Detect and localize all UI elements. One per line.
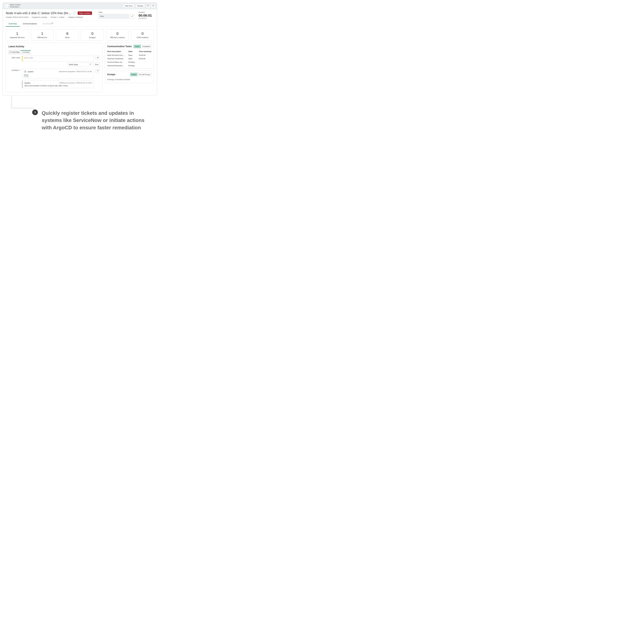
tab-conference-label: Conference	[43, 23, 53, 25]
kpi-value: 1	[7, 32, 27, 36]
pencil-icon	[131, 15, 133, 18]
header: Node V-win-x42-2 disk C: below 15% free …	[3, 9, 157, 21]
cell-state: Pending	[126, 64, 137, 68]
cursor-icon: ☜	[51, 22, 53, 25]
state-field[interactable]: New	[99, 14, 129, 19]
table-row[interactable]: Technical Resolution Communic… Pending	[105, 64, 154, 68]
popout-button[interactable]	[146, 4, 150, 8]
page-title: Node V-win-x42-2 disk C: below 15% free …	[6, 11, 71, 15]
kpi-label: Child Incidents	[133, 36, 152, 39]
kpi-outages[interactable]: 0 Outages	[81, 29, 104, 40]
kpi-affected-locations[interactable]: 0 Affected Locations	[106, 29, 129, 40]
tab-communications[interactable]: Communications	[20, 21, 40, 27]
major-incident-badge: Major Incident	[78, 11, 92, 15]
groups-panel: Groups Active On Call Groups 0 Groups, 0…	[105, 71, 154, 83]
kpi-value: 0	[108, 32, 128, 36]
avatar: S	[24, 70, 27, 73]
work-notes-placeholder: Work notes	[24, 57, 33, 59]
popout-icon	[147, 5, 149, 7]
resolve-button[interactable]: Resolve	[135, 4, 145, 8]
category-value: Hardware	[76, 16, 83, 18]
work-notes-expand-button[interactable]	[96, 56, 100, 60]
activity-body: Sent communication to David Loo (by E-ma…	[24, 85, 92, 87]
post-button[interactable]: Post	[93, 63, 100, 66]
cell-desc: Technical Resolution Communic…	[105, 64, 126, 68]
tab-summary[interactable]: Summary	[6, 21, 20, 27]
chevron-right-circle-icon	[32, 109, 38, 115]
svg-rect-7	[97, 57, 99, 57]
table-row[interactable]: Initial Technical Communication Open 00:…	[105, 53, 154, 57]
kpi-label: Affected CIs	[32, 36, 52, 39]
edit-state-button[interactable]	[130, 14, 135, 19]
toggle-groups-oncall[interactable]: On Call Groups	[137, 73, 152, 76]
kpi-affected-cis[interactable]: 1 Affected CIs	[31, 29, 54, 40]
svg-rect-3	[11, 51, 11, 52]
activity-icon	[22, 51, 24, 53]
subtab-live-label: Live Feed	[12, 51, 19, 53]
svg-rect-1	[148, 5, 149, 6]
activity-filter-button[interactable]	[96, 69, 100, 73]
subtab-activity[interactable]: Activity	[21, 50, 31, 54]
comm-tasks-table: Short description State Time remaining I…	[105, 49, 154, 68]
kpi-child-incidents[interactable]: 0 Child Incidents	[131, 29, 154, 40]
breadcrumb: Major Incident INC0016411	[10, 4, 123, 8]
kpi-label: Alerts	[57, 36, 77, 39]
activity-user: System	[24, 82, 31, 84]
category-label: Category:	[68, 16, 75, 18]
note-type-select[interactable]: Work notes	[67, 63, 92, 66]
subtab-live-feed[interactable]: Live Feed	[9, 50, 21, 54]
cell-state: Open	[126, 53, 137, 57]
cell-state: Open	[126, 57, 137, 60]
table-row[interactable]: Technical Conference Open 00:09:06	[105, 57, 154, 60]
kpi-value: 6	[57, 32, 77, 36]
toggle-groups-active[interactable]: Active	[130, 73, 137, 76]
refresh-icon	[152, 5, 154, 7]
communication-tasks-panel: Communication Tasks Active Completed Sho…	[105, 43, 154, 69]
col-time-remaining: Time remaining	[137, 49, 154, 53]
toggle-completed[interactable]: Completed	[141, 45, 152, 48]
cell-state: Pending	[126, 60, 137, 64]
cell-desc: Initial Technical Communication	[105, 53, 126, 57]
table-row[interactable]: Technical Status Update Pending	[105, 60, 154, 64]
toggle-active[interactable]: Active	[134, 45, 141, 48]
back-button[interactable]: ‹	[5, 4, 8, 8]
info-icon[interactable]: i	[73, 12, 76, 15]
svg-rect-2	[10, 51, 11, 52]
attachment-link[interactable]: log.txt	[24, 74, 92, 76]
breadcrumb-id: INC0016411	[10, 6, 123, 8]
view-form-button[interactable]: View Form	[123, 4, 134, 8]
activity-user: system	[28, 71, 33, 73]
kpi-alerts[interactable]: 6 Alerts	[56, 29, 79, 40]
work-notes-label: Work notes	[9, 56, 20, 59]
meta-line: Created: 2020-02-26 21:18:49 • Assigned …	[6, 16, 95, 18]
breadcrumb-title: Major Incident	[10, 4, 123, 6]
tabs: Summary Communications Conference ☜	[3, 21, 157, 27]
kpi-impacted-services[interactable]: 1 Impacted Services	[6, 29, 29, 40]
callout-line	[12, 97, 35, 108]
activity-list: S system Attachment uploaded • 2020-02-2…	[22, 69, 94, 90]
chevron-left-icon: ‹	[6, 5, 7, 7]
duration-label: Duration	[138, 11, 154, 13]
activity-subtabs: Live Feed Activity	[9, 50, 31, 54]
cell-desc: Technical Conference	[105, 57, 126, 60]
svg-rect-4	[10, 52, 11, 53]
activity-item: System Additional comments • 2020-02-26 …	[22, 81, 94, 88]
kpi-value: 0	[133, 32, 152, 36]
refresh-button[interactable]	[151, 4, 155, 8]
latest-activity-title: Latest Activity	[9, 45, 100, 48]
duration-value: 00:06:01	[138, 14, 154, 18]
svg-rect-9	[97, 58, 98, 58]
kpi-label: Outages	[82, 36, 102, 39]
body: Latest Activity Live Feed Activity	[3, 43, 157, 95]
cell-desc: Technical Status Update	[105, 60, 126, 64]
latest-activity-panel: Latest Activity Live Feed Activity	[6, 43, 103, 92]
tab-conference[interactable]: Conference ☜	[40, 21, 56, 27]
cell-time	[137, 60, 154, 64]
kpi-row: 1 Impacted Services 1 Affected CIs 6 Ale…	[3, 27, 157, 43]
created-value: 2020-02-26 21:18:49	[13, 16, 28, 18]
col-state: State	[126, 49, 137, 53]
app-window: ‹ Major Incident INC0016411 View Form Re…	[3, 3, 157, 95]
work-notes-input[interactable]: Work notes	[22, 56, 94, 61]
callout: Quickly register tickets and updates in …	[32, 109, 152, 131]
duration-format: (HH:MM:SS)	[138, 18, 154, 19]
